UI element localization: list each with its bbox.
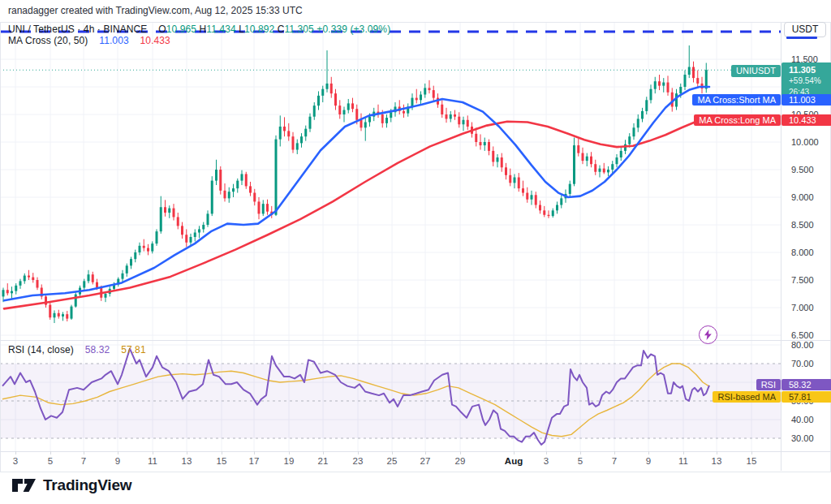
rsi-axis-label: 40.00 <box>781 415 831 424</box>
symbol-title: UNI / TetherUS <box>8 24 75 35</box>
time-axis-label: 3 <box>544 456 549 466</box>
time-axis-tick <box>392 451 393 454</box>
rsi-badge: RSI <box>756 379 781 390</box>
time-axis-tick <box>460 451 461 454</box>
time-axis-label: 7 <box>612 456 617 466</box>
time-axis-label: 29 <box>455 456 466 466</box>
change-value: +0.339 (+3.09%) <box>316 24 390 35</box>
time-axis-label: 21 <box>318 456 329 466</box>
time-axis-label: 9 <box>646 456 651 466</box>
time-axis-label: 27 <box>420 456 431 466</box>
time-axis-tick <box>222 451 222 454</box>
ma-long-badge: MA Cross:Long MA <box>694 114 781 126</box>
rsi-axis-label: 30.00 <box>781 433 831 443</box>
rsi-badge-value: 58.32 <box>781 379 831 390</box>
high-value: 11.434 <box>206 24 235 35</box>
price-axis-label: 8.000 <box>781 248 831 257</box>
price-axis-label: 10.000 <box>781 137 831 147</box>
rsi-label: RSI (14, close) <box>8 344 74 355</box>
symbol-price-badge: UNIUSDT <box>731 65 781 77</box>
time-axis-tick <box>187 451 187 454</box>
time-axis-tick <box>84 451 84 454</box>
rsi-legend-value: 58.32 <box>85 344 110 355</box>
time-axis-tick <box>683 451 684 454</box>
time-axis-label: 13 <box>182 456 192 466</box>
price-axis-label: 9.500 <box>781 165 831 174</box>
tradingview-snapshot: ranadagger created with TradingView.com,… <box>0 0 831 504</box>
time-axis-label: 3 <box>13 456 18 466</box>
time-axis-label: 17 <box>249 456 260 466</box>
time-axis-tick <box>254 451 255 454</box>
time-axis-tick <box>289 451 290 454</box>
rsi-axis-label: 70.00 <box>781 359 831 368</box>
tradingview-logo[interactable]: TradingView <box>11 476 131 495</box>
time-axis-label: 7 <box>81 456 86 466</box>
time-axis-tick <box>514 451 515 454</box>
time-axis-label: 5 <box>48 456 53 466</box>
time-axis-tick <box>153 451 153 454</box>
time-axis-tick <box>15 451 16 454</box>
time-axis-tick <box>751 451 752 454</box>
time-axis-tick <box>118 451 118 454</box>
time-axis-label: 13 <box>712 456 722 466</box>
rsi-legend: RSI (14, close) 58.32 57.81 <box>8 344 146 355</box>
ma-long-badge-value: 10.433 <box>781 114 831 126</box>
tradingview-mark-icon <box>11 476 37 495</box>
time-axis-label: 5 <box>578 456 583 466</box>
time-axis-tick <box>717 451 717 454</box>
lightning-bolt-glyph <box>704 330 713 340</box>
chart-canvas[interactable] <box>0 0 831 504</box>
tradingview-wordmark: TradingView <box>43 476 131 494</box>
currency-toggle-button[interactable]: USDT <box>784 22 826 37</box>
open-value: 10.965 <box>166 24 196 35</box>
time-axis-tick <box>50 451 51 454</box>
time-axis-tick <box>580 451 581 454</box>
time-axis-label: Aug <box>505 456 523 466</box>
ma-long-legend-value: 10.433 <box>140 35 170 46</box>
time-axis[interactable]: 357911131517192123252729Aug3579111315 <box>0 451 781 471</box>
time-axis-tick <box>323 451 324 454</box>
low-value: 10.892 <box>244 24 274 35</box>
price-axis-label: 7.000 <box>781 303 831 312</box>
last-price: 11.305 <box>789 64 831 75</box>
time-axis-label: 23 <box>353 456 364 466</box>
ma-short-legend-value: 11.003 <box>99 35 128 46</box>
price-axis-label: 8.500 <box>781 220 831 230</box>
price-axis-label: 7.500 <box>781 275 831 285</box>
time-axis-tick <box>358 451 359 454</box>
lightning-icon[interactable] <box>699 325 717 344</box>
time-axis-label: 15 <box>217 456 227 466</box>
ma-short-badge-value: 11.003 <box>781 94 831 106</box>
time-axis-label: 11 <box>678 456 688 466</box>
rsi-ma-legend-value: 57.81 <box>121 344 146 355</box>
time-axis-label: 19 <box>284 456 295 466</box>
time-axis-label: 9 <box>115 456 120 466</box>
session-change-pct: +59.54% <box>789 75 831 87</box>
symbol-legend: UNI / TetherUS · 4h · BINANCE O10.965 H1… <box>8 24 390 35</box>
rsi-ma-badge: RSI-based MA <box>713 391 781 403</box>
ma-cross-legend: MA Cross (20, 50) 11.003 10.433 <box>8 35 170 46</box>
ma-short-badge: MA Cross:Short MA <box>692 94 781 106</box>
ma-cross-label: MA Cross (20, 50) <box>8 35 88 46</box>
rsi-ma-badge-value: 57.81 <box>781 391 831 403</box>
attribution-text: ranadagger created with TradingView.com,… <box>8 5 303 16</box>
close-value: 11.305 <box>284 24 313 35</box>
price-axis-label: 6.500 <box>781 330 831 340</box>
interval-label: 4h <box>84 24 95 35</box>
exchange-label: BINANCE <box>103 24 147 35</box>
time-axis-tick <box>425 451 426 454</box>
level-line-axis-segment <box>786 37 817 39</box>
time-axis-tick <box>614 451 615 454</box>
rsi-axis-label: 80.00 <box>781 340 831 350</box>
time-axis-tick <box>648 451 649 454</box>
time-axis-label: 11 <box>148 456 157 466</box>
price-axis-label: 9.000 <box>781 192 831 202</box>
time-axis-label: 15 <box>747 456 757 466</box>
time-axis-tick <box>546 451 547 454</box>
time-axis-label: 25 <box>387 456 398 466</box>
